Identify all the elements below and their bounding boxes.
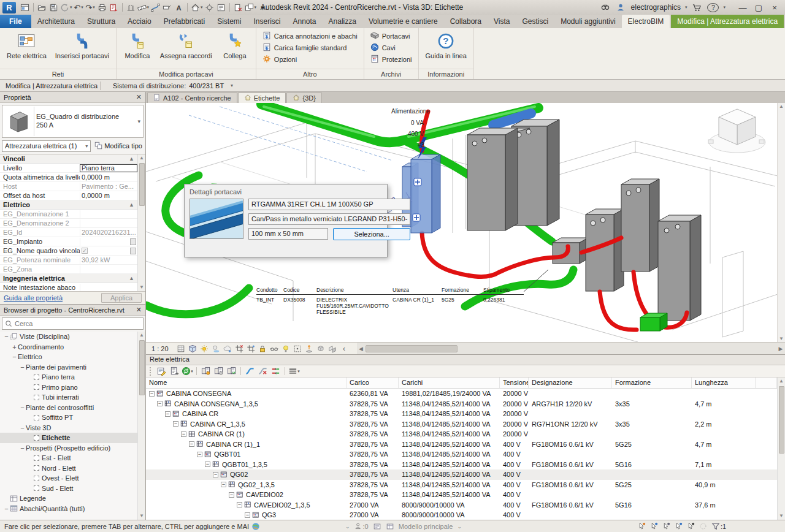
browser-item-viste-disciplina-[interactable]: −Viste (Disciplina) — [0, 332, 137, 342]
rendering-icon[interactable] — [210, 343, 222, 354]
render-icon[interactable] — [204, 2, 215, 13]
ribbon-tab-file[interactable]: File — [0, 15, 31, 28]
row-expander[interactable]: − — [181, 431, 186, 437]
mini-cube-icon[interactable] — [315, 343, 327, 354]
redo-icon[interactable]: ↷▾ — [85, 2, 96, 13]
distribution-system-caret[interactable]: ▾ — [231, 83, 233, 88]
save-icon[interactable] — [48, 2, 59, 13]
open-file-icon[interactable] — [36, 2, 48, 13]
snap-options-icon[interactable] — [699, 522, 707, 530]
network-row-cabina-consegna[interactable]: −CABINA CONSEGNA62360,81 VA19881,02/1848… — [146, 389, 777, 399]
property-value[interactable]: 0,0000 m — [80, 192, 137, 200]
tray-description-field[interactable]: Can/Pass in metallo verniciato LEGRAND P… — [248, 213, 410, 225]
ribbon-tab-struttura[interactable]: Struttura — [81, 15, 121, 28]
tree-expander[interactable]: − — [3, 333, 10, 340]
properties-scrollbar[interactable]: ▲ ▼ — [137, 154, 145, 291]
category-combobox[interactable]: Attrezzatura elettrica (1) ▾ — [2, 140, 91, 152]
ribbon-tab-sistemi[interactable]: Sistemi — [211, 15, 247, 28]
row-expander[interactable]: − — [197, 452, 202, 457]
canvas-hscrollbar[interactable]: ◀▶ — [357, 343, 785, 354]
compare-network-icon[interactable] — [270, 366, 281, 377]
ribbon-tab-collabora[interactable]: Collabora — [444, 15, 488, 28]
assegna-raccordi-button[interactable]: Assegna raccordi — [156, 30, 216, 60]
guida-in-linea-button[interactable]: ?Guida in linea — [422, 30, 470, 60]
type-selector[interactable]: EG_Quadro di distribuzione 250 A ▾ — [2, 105, 144, 138]
row-expander[interactable]: − — [229, 492, 234, 498]
ribbon-tab-annota[interactable]: Annota — [286, 15, 322, 28]
visual-style-icon[interactable] — [187, 343, 199, 354]
tree-expander[interactable]: − — [3, 505, 10, 512]
browser-item-soffitto-pt[interactable]: Soffitto PT — [0, 412, 137, 423]
edit-type-button[interactable]: Modifica tipo — [93, 142, 144, 151]
browser-item-sud-elett[interactable]: Sud - Elett — [0, 484, 137, 494]
browser-scrollbar[interactable]: ▲ ▼ — [137, 332, 145, 520]
column-header[interactable]: Designazione — [529, 378, 612, 388]
column-header[interactable]: Carico — [347, 378, 399, 388]
tree-expander[interactable]: + — [11, 343, 18, 351]
row-expander[interactable]: − — [205, 462, 210, 467]
signed-in-user[interactable]: electrographics — [631, 3, 681, 12]
property-value[interactable]: 30,92 kW — [80, 256, 137, 264]
browser-item-etichette[interactable]: Etichette — [0, 433, 137, 443]
undo-icon[interactable]: ↶▾ — [73, 2, 85, 13]
carica-famiglie-standard-button[interactable]: Carica famiglie standard — [259, 42, 361, 53]
row-expander[interactable]: − — [237, 502, 242, 507]
active-design-option[interactable]: Modello principale — [399, 523, 453, 530]
detail-level-icon[interactable] — [175, 343, 187, 354]
network-table-scrollbar[interactable]: ▲ ▼ — [777, 378, 785, 520]
browser-item-tubi-interrati[interactable]: Tubi interrati — [0, 392, 137, 403]
crop-off-icon[interactable] — [234, 343, 245, 354]
print-icon[interactable] — [96, 2, 108, 13]
ribbon-tab-analizza[interactable]: Analizza — [323, 15, 362, 28]
edit-schedule-icon[interactable] — [156, 366, 167, 377]
network-row-cabina-cr[interactable]: −CABINA CR37828,75 VA11348,04/12485,52/1… — [146, 409, 777, 419]
browser-item-nord-elett[interactable]: Nord - Elett — [0, 463, 137, 474]
property-value[interactable]: Pavimento : Ge... — [80, 183, 137, 191]
worksets-dialog-icon[interactable] — [373, 522, 381, 531]
load-panel-c-icon[interactable] — [226, 366, 237, 377]
tree-expander[interactable]: − — [19, 444, 26, 452]
property-value[interactable] — [80, 219, 137, 227]
text-icon[interactable]: A — [173, 2, 185, 13]
column-header[interactable]: Tensione — [500, 378, 529, 388]
transfer-standards-icon[interactable] — [108, 2, 120, 13]
ribbon-tab-vista[interactable]: Vista — [488, 15, 516, 28]
tree-expander[interactable]: − — [19, 404, 26, 411]
browser-item-piante-dei-pavimenti[interactable]: −Piante dei pavimenti — [0, 362, 137, 373]
type-selector-caret[interactable]: ▾ — [137, 118, 143, 124]
lock-view-icon[interactable] — [257, 343, 269, 354]
row-expander[interactable]: − — [221, 482, 226, 487]
properties-help-link[interactable]: Guida alle proprietà — [4, 294, 63, 302]
network-row-cabina-cr-1-1[interactable]: −CABINA CR (1)_137828,75 VA11348,04/1248… — [146, 439, 777, 450]
tree-expander[interactable]: − — [19, 424, 26, 431]
user-icon[interactable] — [615, 2, 627, 13]
network-row-cavedio02-1-3-5[interactable]: −CAVEDIO02_1,3,527000 VA8000/9000/10000 … — [146, 500, 777, 511]
collega-button[interactable]: Collega — [217, 30, 253, 60]
canvas-scrollbar[interactable]: ▲▼ — [777, 103, 785, 342]
customize-qat-icon[interactable]: ▾ — [257, 2, 269, 13]
ribbon-tab-inserisci[interactable]: Inserisci — [247, 15, 286, 28]
ribbon-tab-gestisci[interactable]: Gestisci — [516, 15, 554, 28]
column-header[interactable]: Formazione — [612, 378, 692, 388]
schedule-list-icon[interactable] — [215, 2, 227, 13]
property-checkbox[interactable]: ✓ — [82, 248, 88, 254]
property-group-header[interactable]: Ingegneria elettrica▲ — [0, 274, 137, 283]
property-value[interactable]: 2024020216231... — [80, 229, 137, 237]
ribbon-tab-volumetrie-e-cantiere[interactable]: Volumetrie e cantiere — [362, 15, 444, 28]
browser-item-prospetti-prospetto-edificio-[interactable]: −Prospetti (Prospetto edificio) — [0, 443, 137, 454]
worksets-caret[interactable]: ⌄ — [345, 523, 350, 530]
ribbon-tab-acciaio[interactable]: Acciaio — [121, 15, 158, 28]
minimize-button[interactable]: — — [735, 3, 751, 12]
row-expander[interactable]: − — [157, 401, 163, 406]
property-value[interactable] — [80, 238, 130, 246]
property-value[interactable]: 0,0000 m — [80, 173, 137, 181]
close-button[interactable]: × — [767, 3, 783, 12]
user-menu-caret[interactable]: ▾ — [685, 5, 687, 10]
spline-icon[interactable] — [150, 2, 161, 13]
browser-item-legende[interactable]: Legende — [0, 493, 137, 504]
property-value[interactable]: ✓ — [80, 247, 130, 255]
view-scale[interactable]: 1 : 20 — [149, 345, 175, 352]
portacavi-button[interactable]: Portacavi — [367, 30, 415, 42]
cloud-render-icon[interactable] — [222, 343, 234, 354]
refresh-icon[interactable]: ▾ — [182, 366, 193, 377]
